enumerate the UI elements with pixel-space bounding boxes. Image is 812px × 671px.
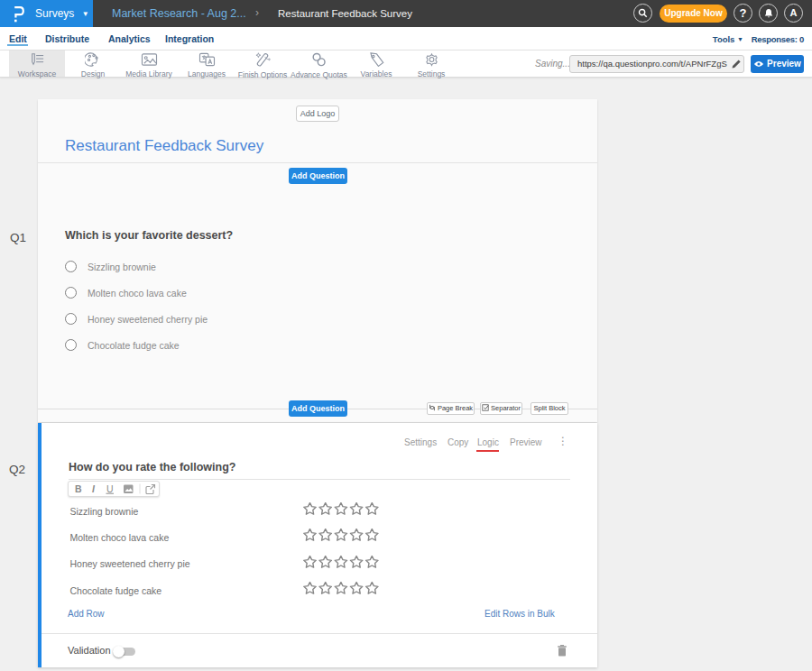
svg-text:I: I — [92, 483, 96, 494]
svg-text:B: B — [75, 483, 82, 494]
svg-text:U: U — [106, 483, 114, 494]
